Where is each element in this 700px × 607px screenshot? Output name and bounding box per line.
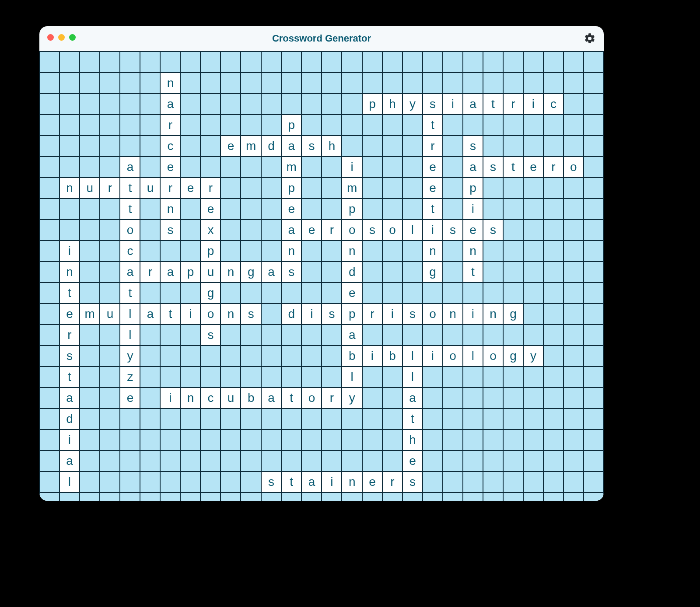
cell-letter[interactable]: o xyxy=(443,345,463,366)
cell-letter[interactable]: e xyxy=(362,471,382,492)
cell-letter[interactable]: h xyxy=(322,136,342,157)
cell-letter[interactable]: r xyxy=(423,136,443,157)
cell-letter[interactable]: y xyxy=(120,345,140,366)
cell-letter[interactable]: s xyxy=(60,345,80,366)
cell-letter[interactable]: i xyxy=(523,94,543,115)
cell-letter[interactable]: t xyxy=(423,115,443,136)
cell-letter[interactable]: u xyxy=(140,178,160,199)
cell-letter[interactable]: i xyxy=(322,471,342,492)
cell-letter[interactable]: o xyxy=(120,220,140,241)
cell-letter[interactable]: t xyxy=(160,304,180,324)
cell-letter[interactable]: n xyxy=(342,241,362,262)
cell-letter[interactable]: t xyxy=(423,199,443,220)
cell-letter[interactable]: m xyxy=(342,178,362,199)
cell-letter[interactable]: h xyxy=(382,94,402,115)
cell-letter[interactable]: e xyxy=(463,220,483,241)
cell-letter[interactable]: r xyxy=(362,304,382,324)
cell-letter[interactable]: t xyxy=(483,94,503,115)
cell-letter[interactable]: s xyxy=(483,157,503,178)
cell-letter[interactable]: u xyxy=(80,178,100,199)
cell-letter[interactable]: e xyxy=(281,199,302,220)
cell-letter[interactable]: r xyxy=(160,178,180,199)
cell-letter[interactable]: r xyxy=(200,178,220,199)
cell-letter[interactable]: s xyxy=(200,324,220,345)
cell-letter[interactable]: a xyxy=(463,157,483,178)
cell-letter[interactable]: i xyxy=(160,387,180,408)
cell-letter[interactable]: u xyxy=(220,387,241,408)
cell-letter[interactable]: n xyxy=(180,387,200,408)
cell-letter[interactable]: a xyxy=(60,387,80,408)
cell-letter[interactable]: r xyxy=(543,157,564,178)
cell-letter[interactable]: l xyxy=(402,220,423,241)
cell-letter[interactable]: o xyxy=(200,304,220,324)
cell-letter[interactable]: t xyxy=(120,283,140,304)
cell-letter[interactable]: g xyxy=(503,345,523,366)
cell-letter[interactable]: e xyxy=(180,178,200,199)
cell-letter[interactable]: l xyxy=(120,304,140,324)
cell-letter[interactable]: a xyxy=(463,94,483,115)
cell-letter[interactable]: i xyxy=(423,345,443,366)
cell-letter[interactable]: l xyxy=(463,345,483,366)
cell-letter[interactable]: o xyxy=(423,304,443,324)
cell-letter[interactable]: m xyxy=(241,136,261,157)
cell-letter[interactable]: h xyxy=(402,429,423,450)
cell-letter[interactable]: n xyxy=(220,304,241,324)
cell-letter[interactable]: a xyxy=(281,220,302,241)
cell-letter[interactable]: d xyxy=(60,408,80,429)
cell-letter[interactable]: i xyxy=(342,157,362,178)
cell-letter[interactable]: p xyxy=(200,241,220,262)
cell-letter[interactable]: a xyxy=(261,262,281,283)
cell-letter[interactable]: l xyxy=(342,366,362,387)
cell-letter[interactable]: i xyxy=(382,304,402,324)
cell-letter[interactable]: p xyxy=(342,199,362,220)
cell-letter[interactable]: e xyxy=(301,220,322,241)
cell-letter[interactable]: s xyxy=(281,262,302,283)
cell-letter[interactable]: p xyxy=(180,262,200,283)
cell-letter[interactable]: d xyxy=(342,262,362,283)
cell-letter[interactable]: e xyxy=(160,157,180,178)
cell-letter[interactable]: n xyxy=(160,73,180,94)
cell-letter[interactable]: l xyxy=(120,324,140,345)
cell-letter[interactable]: t xyxy=(120,178,140,199)
cell-letter[interactable]: t xyxy=(281,471,302,492)
cell-letter[interactable]: c xyxy=(120,241,140,262)
cell-letter[interactable]: n xyxy=(463,241,483,262)
cell-letter[interactable]: c xyxy=(160,136,180,157)
cell-letter[interactable]: d xyxy=(261,136,281,157)
cell-letter[interactable]: a xyxy=(281,136,302,157)
cell-letter[interactable]: u xyxy=(100,304,120,324)
cell-letter[interactable]: o xyxy=(564,157,584,178)
cell-letter[interactable]: n xyxy=(60,178,80,199)
cell-letter[interactable]: c xyxy=(543,94,564,115)
cell-letter[interactable]: a xyxy=(120,262,140,283)
cell-letter[interactable]: p xyxy=(463,178,483,199)
cell-letter[interactable]: t xyxy=(120,199,140,220)
cell-letter[interactable]: a xyxy=(140,304,160,324)
cell-letter[interactable]: a xyxy=(261,387,281,408)
cell-letter[interactable]: c xyxy=(200,387,220,408)
cell-letter[interactable]: r xyxy=(160,115,180,136)
cell-letter[interactable]: x xyxy=(200,220,220,241)
cell-letter[interactable]: z xyxy=(120,366,140,387)
cell-letter[interactable]: a xyxy=(402,387,423,408)
cell-letter[interactable]: s xyxy=(261,471,281,492)
cell-letter[interactable]: i xyxy=(180,304,200,324)
cell-letter[interactable]: s xyxy=(423,94,443,115)
cell-letter[interactable]: y xyxy=(402,94,423,115)
cell-letter[interactable]: l xyxy=(402,345,423,366)
cell-letter[interactable]: n xyxy=(342,471,362,492)
gear-icon[interactable] xyxy=(584,32,596,45)
cell-letter[interactable]: s xyxy=(483,220,503,241)
cell-letter[interactable]: m xyxy=(80,304,100,324)
cell-letter[interactable]: n xyxy=(483,304,503,324)
cell-letter[interactable]: e xyxy=(342,283,362,304)
cell-letter[interactable]: u xyxy=(200,262,220,283)
cell-letter[interactable]: a xyxy=(342,324,362,345)
cell-letter[interactable]: l xyxy=(402,366,423,387)
cell-letter[interactable]: n xyxy=(423,241,443,262)
cell-letter[interactable]: s xyxy=(241,304,261,324)
cell-letter[interactable]: s xyxy=(362,220,382,241)
cell-letter[interactable]: t xyxy=(402,408,423,429)
cell-letter[interactable]: o xyxy=(483,345,503,366)
cell-letter[interactable]: a xyxy=(120,157,140,178)
